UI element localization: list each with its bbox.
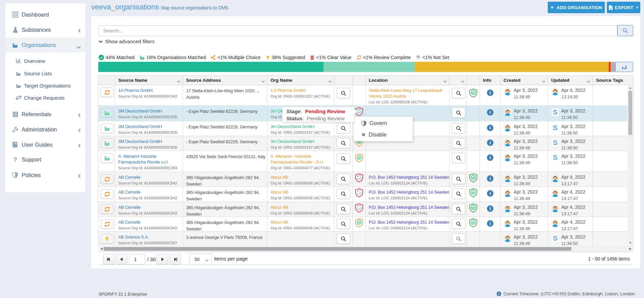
svg-text:i: i [489, 109, 491, 115]
svg-text:i: i [489, 155, 491, 160]
svg-text:S: S [553, 124, 558, 131]
svg-text:i: i [489, 125, 491, 130]
svg-text:i: i [489, 90, 491, 95]
svg-text:i: i [489, 206, 491, 211]
svg-text:S: S [553, 139, 558, 146]
svg-text:S: S [553, 108, 558, 116]
svg-text:i: i [489, 176, 491, 181]
svg-text:i: i [489, 221, 491, 226]
svg-text:S: S [553, 154, 558, 161]
svg-text:i: i [489, 191, 491, 196]
svg-text:i: i [498, 292, 499, 296]
svg-text:i: i [489, 140, 491, 145]
svg-text:S: S [553, 234, 558, 242]
svg-text:x: x [610, 6, 612, 9]
